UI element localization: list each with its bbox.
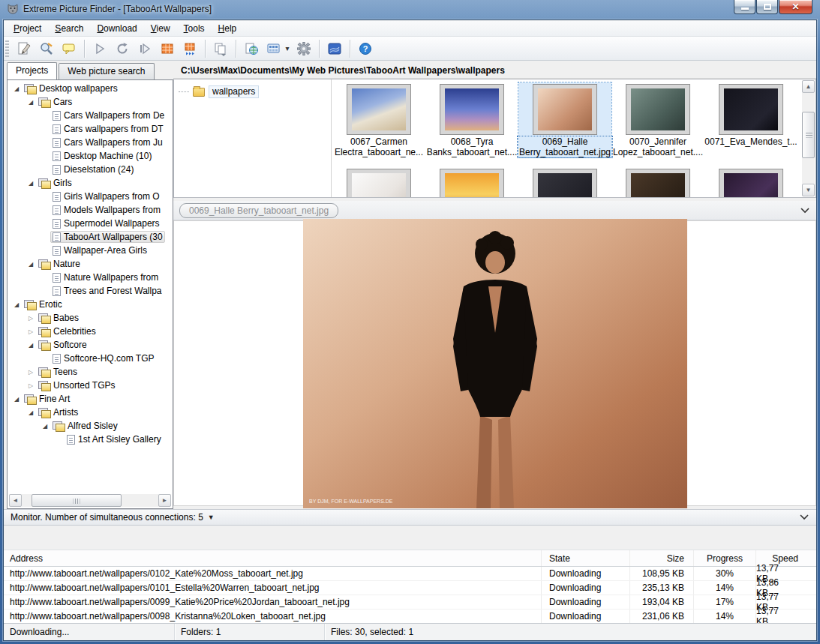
expander-collapsed-icon[interactable]: ▷	[26, 328, 36, 335]
expander-expanded-icon[interactable]: ◢	[26, 409, 36, 416]
download-row[interactable]: http://www.tabooart.net/wallpapers/0102_…	[4, 567, 816, 581]
menu-item-project[interactable]: Project	[7, 22, 48, 35]
tree-item[interactable]: ▷Unsorted TGPs	[8, 379, 171, 392]
tree-item[interactable]: ◢Alfred Sisley	[8, 419, 171, 433]
menu-item-help[interactable]: Help	[212, 22, 244, 35]
tab-projects[interactable]: Projects	[7, 62, 57, 80]
thumbnail[interactable]	[704, 167, 797, 197]
start-download-button[interactable]	[89, 39, 110, 58]
thumbnail[interactable]	[611, 167, 704, 197]
tree-item[interactable]: ▷Babes	[8, 311, 171, 325]
close-button[interactable]: ✕	[779, 0, 812, 14]
tree-item[interactable]: ◢Nature	[8, 257, 171, 271]
column-header-progress[interactable]: Progress	[694, 550, 756, 566]
expander-expanded-icon[interactable]: ◢	[26, 180, 36, 187]
tree-item[interactable]: 1st Art Sisley Gallery	[8, 433, 171, 446]
tree-item[interactable]: Desktop Machine (10)	[8, 149, 171, 163]
tree-item[interactable]: Cars wallpapers from DT	[8, 122, 171, 136]
preview-tab[interactable]: 0069_Halle Berry_tabooart_net.jpg	[179, 203, 338, 218]
tree-item[interactable]: ▷Celebrities	[8, 325, 171, 338]
tree-item[interactable]: Cars Wallpapers from Ju	[8, 136, 171, 149]
thumbnail[interactable]	[518, 167, 611, 197]
tree-item[interactable]: Models Wallpapers from	[8, 203, 171, 217]
queue-table-button[interactable]	[157, 39, 178, 58]
thumbnail[interactable]	[332, 167, 425, 197]
thumbnail[interactable]: 0067_CarmenElectra_tabooart_ne...	[332, 82, 425, 157]
expander-expanded-icon[interactable]: ◢	[26, 261, 36, 268]
wizard-button[interactable]	[324, 39, 345, 58]
column-header-state[interactable]: State	[542, 550, 630, 566]
expander-expanded-icon[interactable]: ◢	[11, 301, 22, 308]
toolbar-grip[interactable]	[5, 40, 9, 57]
tree-item[interactable]: ◢Erotic	[8, 298, 171, 311]
scroll-right-icon[interactable]: ►	[158, 494, 171, 507]
project-properties-button[interactable]	[36, 39, 57, 58]
help-button[interactable]: ?	[355, 39, 376, 58]
tree-item[interactable]: TabooArt Wallpapers (30	[8, 230, 171, 244]
view-mode-dropdown-icon[interactable]: ▾	[283, 44, 292, 52]
resume-download-button[interactable]	[134, 39, 155, 58]
folder-item-wallpapers[interactable]: wallpapers	[179, 85, 331, 98]
tree-item[interactable]: ◢Fine Art	[8, 392, 171, 406]
minimize-button[interactable]	[734, 0, 755, 14]
chevron-down-icon[interactable]	[800, 207, 810, 214]
tree-item[interactable]: Dieselstation (24)	[8, 163, 171, 176]
download-row[interactable]: http://www.tabooart.net/wallpapers/0098_…	[4, 610, 816, 624]
settings-button[interactable]	[293, 39, 314, 58]
skip-queue-button[interactable]	[179, 39, 200, 58]
expander-collapsed-icon[interactable]: ▷	[26, 369, 36, 376]
tree-item[interactable]: Cars Wallpapers from De	[8, 109, 171, 122]
expander-collapsed-icon[interactable]: ▷	[26, 382, 36, 389]
thumbnail[interactable]: 0071_Eva_Mendes_t...	[704, 82, 797, 157]
chevron-down-icon[interactable]	[799, 514, 809, 521]
browser-button[interactable]	[241, 39, 262, 58]
expander-expanded-icon[interactable]: ◢	[40, 423, 50, 430]
view-mode-button[interactable]	[263, 39, 284, 58]
edit-project-button[interactable]	[14, 39, 35, 58]
tree-item[interactable]: Trees and Forest Wallpa	[8, 284, 171, 298]
column-header-size[interactable]: Size	[630, 550, 694, 566]
expander-expanded-icon[interactable]: ◢	[26, 99, 36, 106]
comment-button[interactable]	[59, 39, 80, 58]
thumbnail[interactable]: 0069_HalleBerry_tabooart_net.jpg	[518, 82, 611, 157]
expander-expanded-icon[interactable]: ◢	[11, 396, 22, 403]
thumbnail[interactable]: 0070_JenniferLopez_tabooart_net....	[611, 82, 704, 157]
tree-item[interactable]: ◢Desktop wallpapers	[8, 82, 171, 95]
thumbnails-vertical-scrollbar[interactable]: ▲ ▼	[802, 80, 815, 196]
scrollbar-thumb[interactable]	[32, 494, 122, 507]
tree-item[interactable]: Girls Wallpapers from O	[8, 190, 171, 203]
tree-item[interactable]: ◢Artists	[8, 406, 171, 419]
menu-item-search[interactable]: Search	[48, 22, 90, 35]
expander-collapsed-icon[interactable]: ▷	[26, 315, 36, 322]
tree-item[interactable]: ◢Cars	[8, 95, 171, 109]
tree-item[interactable]: Wallpaper-Area Girls	[8, 244, 171, 257]
tree-item[interactable]: Nature Wallpapers from	[8, 271, 171, 284]
scroll-up-icon[interactable]: ▲	[802, 80, 815, 93]
export-button[interactable]	[210, 39, 231, 58]
tree-item[interactable]: ◢Softcore	[8, 338, 171, 352]
menu-item-download[interactable]: Download	[90, 22, 143, 35]
expander-expanded-icon[interactable]: ◢	[26, 342, 36, 349]
tree-item[interactable]: Softcore-HQ.com TGP	[8, 352, 171, 365]
tree-item[interactable]: ▷Teens	[8, 365, 171, 379]
tree-item[interactable]: Supermodel Wallpapers	[8, 217, 171, 230]
tree-horizontal-scrollbar[interactable]: ◄ ►	[9, 494, 171, 507]
scroll-left-icon[interactable]: ◄	[9, 494, 22, 507]
tree-item[interactable]: ◢Girls	[8, 176, 171, 190]
download-row[interactable]: http://www.tabooart.net/wallpapers/0101_…	[4, 581, 816, 595]
connections-dropdown-icon[interactable]: ▼	[208, 514, 215, 521]
menu-item-view[interactable]: View	[144, 22, 177, 35]
column-header-address[interactable]: Address	[4, 550, 542, 566]
restore-button[interactable]	[756, 0, 778, 14]
thumbnail[interactable]	[425, 167, 518, 197]
thumbnail[interactable]: 0068_TyraBanks_tabooart_net....	[425, 82, 518, 157]
tab-web-picture-search[interactable]: Web picture search	[59, 63, 154, 79]
download-row[interactable]: http://www.tabooart.net/wallpapers/0099_…	[4, 595, 816, 610]
downloads-table-header[interactable]: Address State Size Progress Speed	[4, 550, 816, 567]
title-bar[interactable]: Extreme Picture Finder - [TabooArt Wallp…	[0, 0, 820, 19]
expander-expanded-icon[interactable]: ◢	[11, 85, 22, 92]
scrollbar-thumb[interactable]	[802, 112, 815, 158]
scrollbar-track[interactable]	[22, 494, 158, 507]
scroll-down-icon[interactable]: ▼	[802, 184, 815, 196]
restart-download-button[interactable]	[112, 39, 133, 58]
